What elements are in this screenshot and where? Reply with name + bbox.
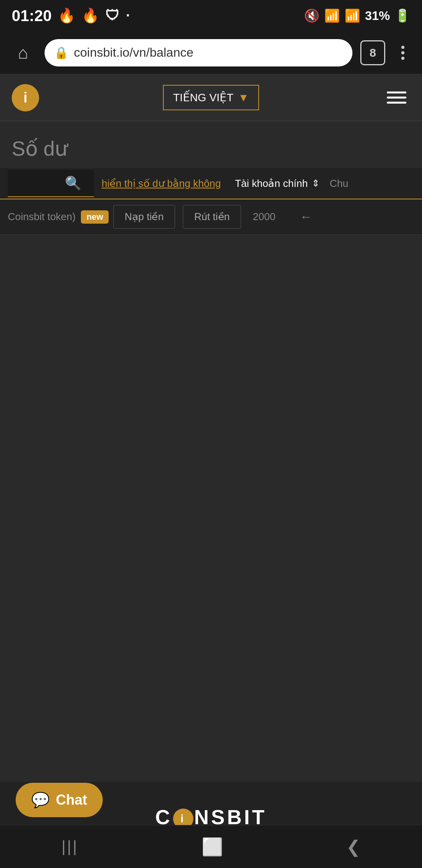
browser-bar: ⌂ 🔒 coinsbit.io/vn/balance 8 (0, 31, 422, 74)
hide-zero-link[interactable]: hiển thị số dư bằng không (94, 178, 229, 190)
nav-home-button[interactable]: ⬜ (186, 829, 239, 865)
shield-icon: 🛡 (106, 7, 120, 24)
app-header: i TIẾNG VIỆT ▼ (0, 74, 422, 121)
sort-icon: ⇕ (312, 178, 320, 189)
browser-menu-button[interactable] (393, 46, 413, 60)
lang-label: TIẾNG VIỆT (173, 91, 233, 104)
col-header: Chu (326, 178, 352, 190)
dot-icon: · (126, 7, 130, 24)
status-bar: 01:20 🔥 🔥 🛡 · 🔇 📶 📶 31% 🔋 (0, 0, 422, 31)
wifi-icon: 📶 (324, 8, 340, 23)
search-icon: 🔍 (65, 175, 81, 191)
chat-button[interactable]: 💬 Chat (16, 783, 103, 817)
coin-name: Coinsbit token) (8, 211, 75, 223)
row-arrow-icon[interactable]: ← (300, 210, 312, 224)
nav-back-button[interactable]: ❮ (331, 829, 376, 864)
nav-menu-button[interactable]: ||| (46, 830, 94, 863)
browser-home-button[interactable]: ⌂ (9, 39, 37, 66)
battery-icon: 🔋 (395, 8, 410, 23)
mute-icon: 🔇 (304, 8, 320, 23)
page-title: Số dư (12, 137, 410, 160)
status-time: 01:20 (12, 7, 52, 25)
browser-url-bar[interactable]: 🔒 coinsbit.io/vn/balance (45, 39, 352, 66)
fire-icon: 🔥 (82, 7, 99, 24)
main-content (0, 235, 422, 782)
chat-label: Chat (56, 792, 87, 808)
deposit-button[interactable]: Nạp tiền (113, 205, 175, 229)
toolbar-row: 🔍 hiển thị số dư bằng không Tài khoản ch… (0, 168, 422, 199)
table-row: Coinsbit token) new Nạp tiền Rút tiền 20… (0, 199, 422, 235)
nav-bar: ||| ⬜ ❮ (0, 825, 422, 868)
coin-cell: Coinsbit token) new (8, 210, 109, 224)
flame-icon: 🔥 (58, 7, 75, 24)
language-selector[interactable]: TIẾNG VIỆT ▼ (163, 85, 259, 110)
page-title-section: Số dư (0, 121, 422, 168)
search-input[interactable] (14, 177, 61, 189)
withdraw-button[interactable]: Rút tiền (183, 205, 241, 229)
search-box[interactable]: 🔍 (8, 170, 94, 197)
chevron-down-icon: ▼ (238, 91, 249, 104)
account-selector[interactable]: Tài khoản chính ⇕ (229, 178, 326, 190)
value-cell: 2000 (245, 211, 300, 223)
logo-icon: i (12, 84, 39, 111)
battery-text: 31% (365, 9, 390, 23)
url-text: coinsbit.io/vn/balance (74, 45, 193, 60)
signal-icon: 📶 (345, 8, 360, 23)
new-badge: new (81, 210, 109, 224)
account-label: Tài khoản chính (235, 178, 308, 190)
chat-icon: 💬 (31, 791, 50, 809)
status-right: 🔇 📶 📶 31% 🔋 (304, 8, 410, 23)
lock-icon: 🔒 (54, 46, 68, 59)
status-left: 01:20 🔥 🔥 🛡 · (12, 7, 130, 25)
hamburger-menu-button[interactable] (383, 88, 410, 108)
tab-counter[interactable]: 8 (360, 40, 385, 65)
